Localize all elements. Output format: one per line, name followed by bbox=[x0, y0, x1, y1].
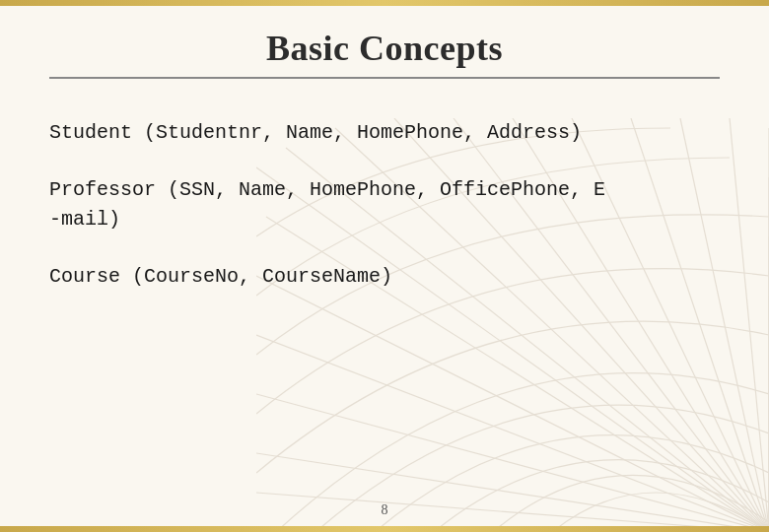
page-number: 8 bbox=[0, 502, 769, 518]
content-area: Basic Concepts Student (Studentnr, Name,… bbox=[0, 0, 769, 532]
student-text: Student (Studentnr, Name, HomePhone, Add… bbox=[49, 121, 582, 144]
professor-text: Professor (SSN, Name, HomePhone, OfficeP… bbox=[49, 178, 605, 231]
bottom-border bbox=[0, 526, 769, 532]
title-underline bbox=[49, 77, 720, 79]
course-text: Course (CourseNo, CourseName) bbox=[49, 265, 392, 288]
top-border bbox=[0, 0, 769, 6]
title-section: Basic Concepts bbox=[49, 0, 720, 89]
course-block: Course (CourseNo, CourseName) bbox=[49, 262, 720, 292]
student-block: Student (Studentnr, Name, HomePhone, Add… bbox=[49, 118, 720, 148]
professor-block: Professor (SSN, Name, HomePhone, OfficeP… bbox=[49, 175, 720, 234]
body-section: Student (Studentnr, Name, HomePhone, Add… bbox=[49, 89, 720, 532]
slide-container: Basic Concepts Student (Studentnr, Name,… bbox=[0, 0, 769, 532]
slide-title: Basic Concepts bbox=[49, 28, 720, 69]
